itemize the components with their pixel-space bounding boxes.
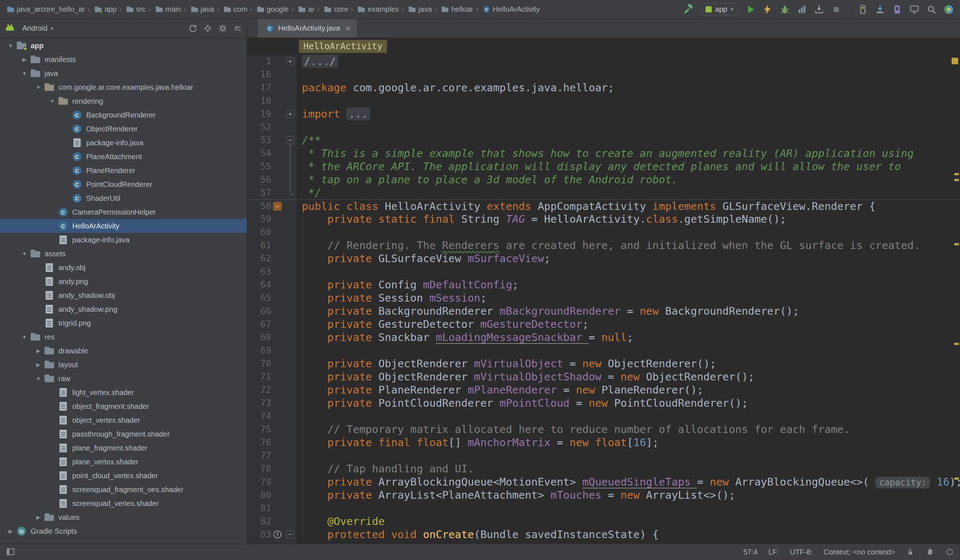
code-line-19[interactable]: 19+import ...: [247, 107, 960, 120]
attach-debugger-icon[interactable]: [813, 3, 825, 16]
fold-expand-icon[interactable]: +: [286, 110, 294, 118]
path-item-main[interactable]: main: [154, 4, 181, 14]
warning-stripe-mark[interactable]: [954, 343, 959, 345]
breadcrumb-current-element[interactable]: HelloArActivity: [299, 40, 387, 53]
run-icon[interactable]: [744, 3, 757, 16]
path-item-helloar[interactable]: helloar: [440, 4, 473, 14]
locate-file-icon[interactable]: [203, 24, 213, 33]
code-line-72[interactable]: 72 private PlaneRenderer mPlaneRenderer …: [247, 383, 960, 397]
code-line-77[interactable]: 77: [247, 449, 960, 462]
hector-inspector-icon[interactable]: [926, 547, 934, 556]
tree-item-PointCloudRenderer[interactable]: CPointCloudRenderer: [0, 178, 247, 191]
tree-item-package-info.java[interactable]: package-info.java: [0, 233, 247, 247]
code-line-81[interactable]: 81: [247, 502, 960, 515]
tree-item-values[interactable]: ▶values: [0, 510, 247, 524]
tree-item-app[interactable]: ▼app: [0, 39, 247, 53]
tree-item-CameraPermissionHelper[interactable]: CCameraPermissionHelper: [0, 205, 247, 219]
tree-item-plane_vertex.shader[interactable]: plane_vertex.shader: [0, 455, 247, 469]
code-line-62[interactable]: 62 private GLSurfaceView mSurfaceView;: [247, 252, 960, 265]
code-line-55[interactable]: 55 * the ARCore API. The application wil…: [247, 160, 960, 173]
tree-item-assets[interactable]: ▼assets: [0, 247, 247, 261]
tree-item-java[interactable]: ▼java: [0, 66, 247, 80]
code-line-79[interactable]: 79 private ArrayBlockingQueue<MotionEven…: [247, 475, 960, 488]
tree-arrow-closed-icon[interactable]: ▶: [33, 514, 44, 520]
tree-item-layout[interactable]: ▶layout: [0, 358, 247, 372]
code-line-67[interactable]: 67 private GestureDetector mGestureDetec…: [247, 318, 960, 331]
project-view-selector[interactable]: Android: [22, 24, 48, 32]
tree-item-light_vertex.shader[interactable]: light_vertex.shader: [0, 386, 247, 399]
tree-item-passthrough_fragment.shader[interactable]: passthrough_fragment.shader: [0, 427, 247, 441]
tree-item-res[interactable]: ▼res: [0, 330, 247, 344]
build-hammer-icon[interactable]: [682, 3, 694, 16]
code-line-17[interactable]: 17package com.google.ar.core.examples.ja…: [247, 81, 960, 94]
path-item-src[interactable]: src: [125, 4, 146, 14]
warning-stripe-mark[interactable]: [954, 243, 959, 245]
close-icon[interactable]: ×: [345, 23, 350, 34]
tree-item-package-info.java[interactable]: package-info.java: [0, 136, 247, 150]
search-everywhere-icon[interactable]: [925, 3, 938, 16]
tree-item-screenquad_fragment_oes.shader[interactable]: screenquad_fragment_oes.shader: [0, 483, 247, 496]
code-line-53[interactable]: 53−/**: [247, 134, 960, 147]
tree-item-screenquad_vertex.shader[interactable]: screenquad_vertex.shader: [0, 496, 247, 510]
path-item-ar[interactable]: ar: [296, 4, 315, 14]
run-config-selector[interactable]: app ▾: [701, 3, 738, 15]
tree-item-BackgroundRenderer[interactable]: CBackgroundRenderer: [0, 108, 247, 122]
tree-item-object_vertex.shader[interactable]: object_vertex.shader: [0, 413, 247, 427]
tree-arrow-closed-icon[interactable]: ▶: [33, 348, 44, 354]
progress-ring-icon[interactable]: [946, 547, 954, 556]
class-declaration-gutter-icon[interactable]: ‹›: [273, 202, 282, 211]
tree-arrow-open-icon[interactable]: ▼: [19, 70, 30, 76]
tree-item-andy_shadow.obj[interactable]: andy_shadow.obj: [0, 288, 247, 302]
fold-collapse-icon[interactable]: −: [286, 136, 294, 144]
code-line-16[interactable]: 16: [247, 68, 960, 81]
profiler-icon[interactable]: [796, 3, 808, 16]
code-line-70[interactable]: 70 private ObjectRenderer mVirtualObject…: [247, 357, 960, 370]
debug-icon[interactable]: [779, 3, 791, 16]
code-line-54[interactable]: 54 * This is a simple example that shows…: [247, 147, 960, 160]
warning-stripe-mark[interactable]: [954, 477, 959, 480]
tree-item-PlaneRenderer[interactable]: CPlaneRenderer: [0, 163, 247, 178]
settings-gear-icon[interactable]: [218, 24, 227, 33]
tree-item-andy.png[interactable]: andy.png: [0, 275, 247, 288]
stop-icon[interactable]: [830, 3, 842, 16]
path-item-core[interactable]: core: [322, 4, 348, 14]
code-line-82[interactable]: 82 @Override: [247, 515, 960, 528]
tree-item-point_cloud_vertex.shader[interactable]: point_cloud_vertex.shader: [0, 469, 247, 483]
code-line-69[interactable]: 69: [247, 344, 960, 357]
refresh-icon[interactable]: [188, 24, 197, 33]
fold-expand-icon[interactable]: +: [286, 57, 294, 66]
tree-item-Gradle Scripts[interactable]: ▶GGradle Scripts: [0, 524, 247, 538]
path-item-java[interactable]: java: [406, 4, 432, 14]
tree-item-andy.obj[interactable]: andy.obj: [0, 261, 247, 275]
tree-item-ShaderUtil[interactable]: CShaderUtil: [0, 191, 247, 205]
code-line-59[interactable]: 59 private static final String TAG = Hel…: [247, 213, 960, 226]
overriding-method-gutter-icon[interactable]: ↑: [274, 530, 282, 538]
android-monitor-icon[interactable]: [908, 3, 921, 16]
code-line-57[interactable]: 57 */: [247, 186, 960, 199]
code-line-66[interactable]: 66 private BackgroundRenderer mBackgroun…: [247, 304, 960, 318]
tree-arrow-closed-icon[interactable]: ▶: [19, 57, 30, 62]
path-item-examples[interactable]: examples: [356, 4, 399, 14]
tree-item-andy_shadow.png[interactable]: andy_shadow.png: [0, 302, 247, 316]
tree-arrow-open-icon[interactable]: ▼: [47, 98, 58, 104]
code-area[interactable]: 1+/.../1617package com.google.ar.core.ex…: [247, 55, 960, 544]
code-line-68[interactable]: 68 private Snackbar mLoadingMessageSnack…: [247, 331, 960, 344]
path-item-google[interactable]: google: [255, 4, 289, 14]
code-line-71[interactable]: 71 private ObjectRenderer mVirtualObject…: [247, 370, 960, 383]
tree-item-trigrid.png[interactable]: trigrid.png: [0, 316, 247, 330]
tree-arrow-closed-icon[interactable]: ▶: [33, 362, 44, 368]
code-line-63[interactable]: 63: [247, 265, 960, 278]
tree-item-manifests[interactable]: ▶manifests: [0, 53, 247, 66]
sdk-manager-icon[interactable]: [874, 3, 886, 16]
inspections-status-indicator[interactable]: [952, 58, 958, 64]
tab-helloaractivity-java[interactable]: C HelloArActivity.java ×: [258, 19, 357, 38]
chevron-down-icon[interactable]: ▾: [51, 25, 54, 32]
code-line-75[interactable]: 75 // Temporary matrix allocated here to…: [247, 423, 960, 436]
code-line-52[interactable]: 52: [247, 120, 960, 134]
tree-arrow-open-icon[interactable]: ▼: [33, 84, 44, 90]
code-line-64[interactable]: 64 private Config mDefaultConfig;: [247, 278, 960, 291]
tree-item-object_fragment.shader[interactable]: object_fragment.shader: [0, 399, 247, 413]
tree-item-ObjectRenderer[interactable]: CObjectRenderer: [0, 122, 247, 136]
code-line-80[interactable]: 80 private ArrayList<PlaneAttachment> mT…: [247, 488, 960, 502]
code-line-56[interactable]: 56 * tap on a plane to place a 3d model …: [247, 173, 960, 186]
